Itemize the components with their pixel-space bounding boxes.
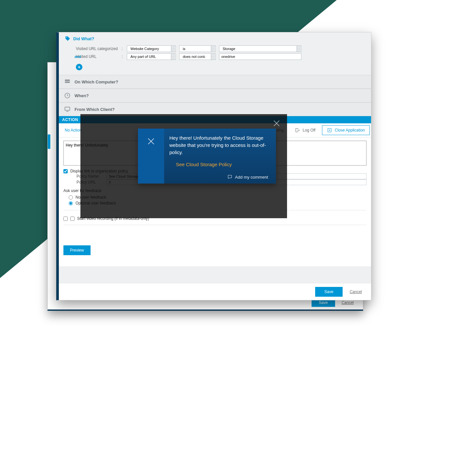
rule2-operator-select[interactable]: does not contain [179,53,216,60]
rule1-operator-select[interactable]: is [179,45,216,52]
video-checkbox-2[interactable] [70,217,75,221]
overlay-close-button[interactable] [272,119,281,128]
rule2-label: Visited URL [76,54,118,59]
tab-no-action-label: No Action [65,128,81,132]
svg-point-0 [66,37,67,38]
close-icon [146,136,156,146]
section-client-label: From Which Client? [75,107,115,112]
logoff-icon [295,128,300,133]
close-icon [272,119,281,128]
clock-icon [64,92,71,99]
display-link-checkbox[interactable] [63,169,68,173]
svg-rect-4 [65,107,70,110]
monitor-icon [64,106,71,113]
rule-editor-window: Did What? Visited URL categorized : Webs… [56,32,371,300]
feedback-none-radio[interactable] [69,195,73,200]
close-app-icon [327,128,332,133]
svg-rect-2 [65,81,70,83]
window-footer: Save Cancel [59,283,371,300]
tab-logoff[interactable]: Log Off [290,125,320,135]
cancel-link[interactable]: Cancel [350,290,362,294]
popup-message: Hey there! Unfortunately the Cloud Stora… [169,134,268,156]
tab-close-app-label: Close Application [335,128,365,132]
rule-row-1: Visited URL categorized : Website Catego… [65,45,363,53]
video-checkbox-1[interactable] [63,217,68,221]
tab-logoff-label: Log Off [303,128,315,132]
back-cancel-link[interactable]: Cancel [342,300,354,305]
popup-close-panel[interactable] [138,129,164,184]
add-rule-button[interactable]: + [76,64,82,70]
rule1-label: Visited URL categorized [76,46,118,51]
rule1-value-select[interactable]: Storage [219,45,301,52]
back-accent [48,134,50,149]
comment-icon [227,174,232,180]
rule-row-2: and Visited URL : Any part of URL does n… [65,53,363,61]
svg-rect-1 [65,79,70,81]
did-what-title: Did What? [65,34,363,45]
popup-comment-button[interactable]: Add my comment [169,172,268,180]
preview-overlay: Hey there! Unfortunately the Cloud Stora… [80,114,287,218]
policy-popup: Hey there! Unfortunately the Cloud Stora… [138,129,276,184]
did-what-title-text: Did What? [73,36,94,41]
section-computer[interactable]: On Which Computer? [59,75,371,89]
did-what-section: Did What? Visited URL categorized : Webs… [59,32,371,75]
section-when[interactable]: When? [59,89,371,102]
save-button[interactable]: Save [315,287,342,297]
popup-policy-link[interactable]: See Cloud Storage Policy [169,156,268,172]
rule2-value-input[interactable] [219,53,301,60]
feedback-optional-radio[interactable] [69,201,73,205]
popup-comment-label: Add my comment [235,175,268,180]
tab-close-application[interactable]: Close Application [322,125,370,135]
server-icon [64,79,71,85]
section-when-label: When? [75,93,89,98]
rule1-field-select[interactable]: Website Category [127,45,176,52]
preview-row: Preview [63,229,366,262]
and-label: and [75,55,81,59]
tag-icon [65,36,71,42]
preview-button[interactable]: Preview [63,245,91,255]
divider-2 [63,225,366,225]
rule2-field-select[interactable]: Any part of URL [127,53,176,60]
section-computer-label: On Which Computer? [75,79,118,84]
